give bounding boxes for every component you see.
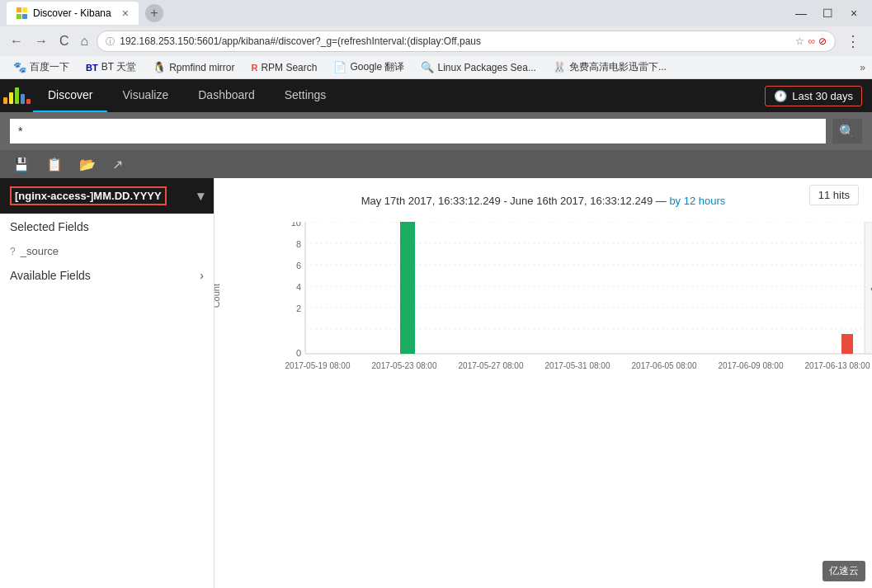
index-pattern-selector[interactable]: [nginx-access-]MM.DD.YYYY ▾ (0, 178, 214, 214)
bookmark-baidu-label: 百度一下 (30, 60, 69, 74)
bookmark-google-translate-label: Google 翻译 (350, 60, 404, 74)
watermark-text: 亿速云 (829, 565, 859, 576)
chart-date-range: May 17th 2017, 16:33:12.249 - June 16th … (214, 178, 872, 214)
address-bar[interactable]: ⓘ 192.168.253.150:5601/app/kibana#/disco… (97, 31, 836, 52)
nav-link-discover[interactable]: Discover (33, 79, 107, 112)
window-controls: — ☐ × (790, 3, 865, 23)
logo-bar-1 (3, 97, 7, 104)
forward-button[interactable]: → (31, 31, 51, 52)
main-layout: [nginx-access-]MM.DD.YYYY ▾ Selected Fie… (0, 178, 872, 588)
baidu-icon: 🐾 (13, 61, 26, 73)
logo-bar-2 (9, 92, 13, 104)
content-area: 11 hits May 17th 2017, 16:33:12.249 - Ju… (214, 178, 872, 588)
svg-text:4: 4 (296, 282, 301, 292)
minimize-button[interactable]: — (790, 3, 813, 23)
movies-icon: 🐰 (553, 61, 566, 73)
chart-interval-link[interactable]: by 12 hours (669, 195, 725, 207)
svg-text:6: 6 (296, 261, 301, 270)
chart-container: Count 10 8 6 4 2 0 (214, 214, 872, 389)
chart-svg-wrapper: 10 8 6 4 2 0 (272, 222, 847, 389)
search-bar: 🔍 (0, 112, 872, 150)
nav-link-visualize[interactable]: Visualize (107, 79, 183, 112)
svg-text:2017-06-13 08:00: 2017-06-13 08:00 (805, 361, 870, 370)
kibana-logo (0, 79, 33, 112)
load-button[interactable]: 📋 (43, 155, 66, 174)
extension-icon-1[interactable]: ∞ (808, 35, 815, 47)
time-filter-icon: 🕐 (774, 90, 787, 102)
time-filter-button[interactable]: 🕐 Last 30 days (765, 86, 862, 106)
rpmfind-icon: 🐧 (153, 61, 166, 73)
close-button[interactable]: × (842, 3, 865, 23)
logo-bar-5 (26, 99, 31, 104)
field-type-icon: ? (10, 246, 16, 257)
bookmarks-bar: 🐾 百度一下 BT BT 天堂 🐧 Rpmfind mirror R RPM S… (0, 56, 872, 79)
save-icon: 💾 (13, 158, 30, 172)
browser-menu-button[interactable]: ⋮ (841, 31, 865, 52)
nav-link-dashboard[interactable]: Dashboard (183, 79, 270, 112)
svg-text:10: 10 (291, 222, 301, 228)
bookmark-star-icon[interactable]: ☆ (795, 35, 804, 47)
hits-badge: 11 hits (809, 185, 859, 205)
watermark: 亿速云 (823, 561, 865, 581)
extension-icon-2[interactable]: ⊘ (818, 35, 827, 47)
search-icon: 🔍 (839, 124, 856, 139)
available-fields-title: Available Fields (10, 269, 91, 282)
tab-close-button[interactable]: × (122, 7, 129, 20)
bookmark-baidu[interactable]: 🐾 百度一下 (7, 59, 76, 76)
time-filter-label: Last 30 days (792, 90, 853, 102)
source-field-name: _source (21, 245, 59, 257)
kibana-navbar: Discover Visualize Dashboard Settings 🕐 … (0, 79, 872, 112)
available-fields-section[interactable]: Available Fields › (0, 262, 214, 289)
search-input[interactable] (10, 119, 826, 143)
bookmark-linux-packages[interactable]: 🔍 Linux Packages Sea... (414, 59, 542, 75)
svg-text:2017-05-31 08:00: 2017-05-31 08:00 (545, 361, 610, 370)
new-tab-button[interactable]: + (145, 4, 163, 22)
source-field-item[interactable]: ? _source (0, 240, 214, 262)
save-button[interactable]: 💾 (10, 155, 33, 174)
bookmark-movies[interactable]: 🐰 免费高清电影迅雷下... (546, 59, 673, 76)
open-icon: 📂 (79, 158, 96, 172)
selected-fields-title: Selected Fields (0, 214, 214, 240)
bookmarks-more-button[interactable]: » (860, 62, 865, 73)
export-button[interactable]: ↗ (109, 155, 126, 174)
bookmark-linux-packages-label: Linux Packages Sea... (437, 62, 535, 73)
load-icon: 📋 (46, 158, 63, 172)
bookmark-rpm[interactable]: R RPM Search (244, 60, 323, 75)
bookmark-bt-label: BT 天堂 (101, 60, 136, 74)
bookmark-rpm-label: RPM Search (261, 62, 317, 73)
export-icon: ↗ (112, 158, 123, 172)
search-button[interactable]: 🔍 (832, 119, 862, 143)
svg-text:2017-05-23 08:00: 2017-05-23 08:00 (372, 361, 437, 370)
address-bar-actions: ☆ ∞ ⊘ (795, 35, 827, 47)
open-button[interactable]: 📂 (76, 155, 99, 174)
y-axis-label: Count (214, 284, 221, 308)
bar-may23 (400, 222, 415, 354)
rpm-icon: R (251, 63, 257, 73)
logo-bar-4 (21, 94, 25, 104)
tab-title: Discover - Kibana (33, 7, 111, 19)
logo-bar-3 (15, 87, 19, 104)
bookmark-google-translate[interactable]: 📄 Google 翻译 (327, 59, 411, 76)
svg-text:2017-05-27 08:00: 2017-05-27 08:00 (459, 361, 524, 370)
svg-text:2: 2 (296, 303, 301, 313)
google-translate-icon: 📄 (333, 61, 346, 73)
bookmark-rpmfind-label: Rpmfind mirror (169, 62, 234, 73)
home-button[interactable]: ⌂ (78, 31, 92, 52)
refresh-button[interactable]: C (56, 31, 73, 52)
tab-favicon (16, 7, 28, 19)
linux-packages-icon: 🔍 (421, 61, 434, 73)
kibana-app: Discover Visualize Dashboard Settings 🕐 … (0, 79, 872, 588)
index-pattern-name: [nginx-access-]MM.DD.YYYY (10, 186, 167, 205)
index-chevron-icon: ▾ (197, 188, 204, 204)
back-button[interactable]: ← (7, 31, 26, 52)
browser-toolbar: ← → C ⌂ ⓘ 192.168.253.150:5601/app/kiban… (0, 26, 872, 56)
bookmark-bt[interactable]: BT BT 天堂 (79, 59, 143, 76)
nav-link-settings[interactable]: Settings (270, 79, 342, 112)
bookmark-rpmfind[interactable]: 🐧 Rpmfind mirror (146, 59, 241, 75)
browser-tab[interactable]: Discover - Kibana × (7, 2, 139, 25)
bt-icon: BT (86, 63, 98, 73)
maximize-button[interactable]: ☐ (816, 3, 839, 23)
browser-titlebar: Discover - Kibana × + — ☐ × (0, 0, 872, 26)
bookmark-movies-label: 免费高清电影迅雷下... (569, 60, 667, 74)
svg-text:2017-05-19 08:00: 2017-05-19 08:00 (285, 361, 351, 370)
